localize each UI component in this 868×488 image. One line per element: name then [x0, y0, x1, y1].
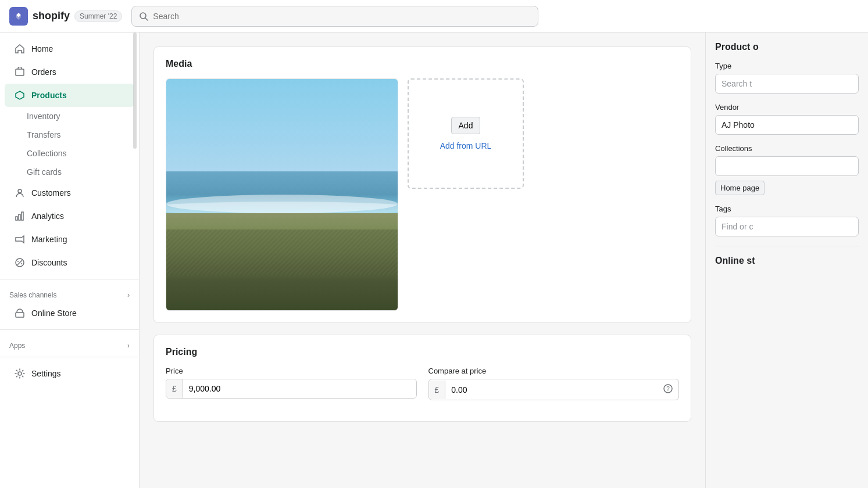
media-card: Media [153, 46, 691, 323]
search-icon [139, 12, 148, 21]
compare-price-field-group: Compare at price £ ? [428, 367, 680, 400]
search-input[interactable] [153, 12, 531, 21]
type-label: Type [715, 62, 859, 70]
svg-point-4 [18, 189, 22, 193]
price-field-group: Price £ [166, 367, 417, 400]
collections-input[interactable] [715, 156, 859, 176]
sidebar: Home Orders Products [0, 33, 140, 488]
brand: shopify Summer '22 [9, 7, 122, 26]
price-input[interactable] [183, 379, 416, 398]
marketing-icon [14, 234, 26, 245]
svg-point-10 [17, 261, 19, 262]
sidebar-item-marketing-label: Marketing [31, 235, 67, 244]
sidebar-item-customers-label: Customers [31, 188, 71, 198]
help-icon[interactable]: ? [658, 379, 678, 400]
add-media-button[interactable]: Add [451, 117, 481, 134]
svg-rect-3 [16, 69, 24, 76]
sidebar-item-home-label: Home [31, 44, 53, 53]
media-grid: Add Add from URL [166, 78, 679, 311]
media-add-box[interactable]: Add Add from URL [408, 78, 524, 189]
type-field-group: Type [715, 62, 859, 94]
main-area: Home Orders Products [0, 33, 868, 488]
sidebar-item-analytics[interactable]: Analytics [5, 204, 134, 228]
sidebar-item-products[interactable]: Products [5, 84, 134, 107]
price-label: Price [166, 367, 417, 375]
sales-channels-expand-icon[interactable]: › [127, 291, 130, 299]
tags-input[interactable] [715, 217, 859, 236]
sidebar-item-inventory[interactable]: Inventory [0, 107, 139, 125]
type-input[interactable] [715, 74, 859, 94]
scroll-indicator [133, 33, 137, 149]
price-input-wrapper: £ [166, 379, 417, 399]
brand-name: shopify [33, 10, 70, 22]
vendor-field-group: Vendor [715, 103, 859, 135]
pricing-title: Pricing [166, 347, 679, 357]
sidebar-item-discounts[interactable]: Discounts [5, 251, 134, 274]
sidebar-item-online-store-label: Online Store [31, 308, 77, 318]
svg-point-13 [18, 372, 22, 375]
compare-price-label: Compare at price [428, 367, 680, 375]
svg-line-2 [145, 18, 148, 20]
apps-section: Apps › [0, 335, 139, 352]
collection-tag: Home page [715, 181, 765, 195]
analytics-icon [14, 210, 26, 222]
home-icon [14, 43, 26, 55]
pricing-grid: Price £ Compare at price £ [166, 367, 679, 410]
sidebar-divider-2 [0, 329, 139, 330]
products-icon [14, 89, 26, 101]
orders-icon [14, 66, 26, 78]
product-org-title: Product o [715, 42, 859, 52]
sidebar-item-customers[interactable]: Customers [5, 181, 134, 204]
compare-currency: £ [429, 381, 446, 399]
sidebar-item-online-store[interactable]: Online Store [5, 302, 134, 325]
top-bar: shopify Summer '22 [0, 0, 868, 33]
svg-rect-7 [22, 212, 23, 220]
sidebar-item-products-label: Products [31, 91, 67, 100]
svg-text:?: ? [666, 386, 670, 392]
online-status-title: Online st [715, 246, 859, 266]
sidebar-item-collections[interactable]: Collections [0, 144, 139, 163]
collections-field-group: Collections Home page [715, 144, 859, 195]
tags-label: Tags [715, 204, 859, 213]
right-panel: Product o Type Vendor Collections Home p… [705, 33, 868, 488]
media-main-image-container[interactable] [166, 78, 398, 311]
sidebar-item-settings[interactable]: Settings [5, 362, 134, 385]
sidebar-item-orders[interactable]: Orders [5, 60, 134, 84]
settings-icon [14, 368, 26, 379]
svg-rect-5 [16, 217, 17, 220]
sales-channels-section: Sales channels › [0, 284, 139, 302]
compare-price-input-wrapper: £ ? [428, 379, 680, 400]
search-bar[interactable] [131, 6, 538, 27]
version-badge: Summer '22 [74, 10, 122, 22]
sidebar-item-discounts-label: Discounts [31, 258, 67, 267]
apps-expand-icon[interactable]: › [127, 342, 130, 350]
svg-rect-12 [16, 313, 24, 317]
store-icon [14, 307, 26, 319]
svg-point-11 [21, 263, 22, 264]
vendor-label: Vendor [715, 103, 859, 112]
sidebar-item-home[interactable]: Home [5, 37, 134, 60]
customers-icon [14, 187, 26, 199]
sidebar-item-analytics-label: Analytics [31, 211, 64, 221]
add-from-url-link[interactable]: Add from URL [440, 141, 492, 150]
sidebar-divider-3 [0, 357, 139, 357]
svg-rect-6 [19, 214, 20, 220]
app-layout: shopify Summer '22 Home [0, 0, 868, 488]
tags-field-group: Tags [715, 204, 859, 236]
vendor-input[interactable] [715, 115, 859, 135]
collections-label: Collections [715, 144, 859, 153]
sidebar-item-gift-cards[interactable]: Gift cards [0, 163, 139, 181]
price-currency: £ [166, 379, 183, 398]
discounts-icon [14, 257, 26, 268]
media-title: Media [166, 59, 679, 69]
sidebar-item-marketing[interactable]: Marketing [5, 228, 134, 251]
sidebar-item-transfers[interactable]: Transfers [0, 125, 139, 144]
sidebar-nav: Home Orders Products [0, 33, 139, 390]
sidebar-item-settings-label: Settings [31, 369, 61, 378]
pricing-card: Pricing Price £ Compare at price [153, 335, 691, 422]
content-area: Media [140, 33, 705, 488]
sidebar-divider-1 [0, 279, 139, 279]
shopify-logo-icon [9, 7, 28, 26]
sidebar-item-orders-label: Orders [31, 67, 56, 77]
compare-price-input[interactable] [445, 381, 658, 399]
